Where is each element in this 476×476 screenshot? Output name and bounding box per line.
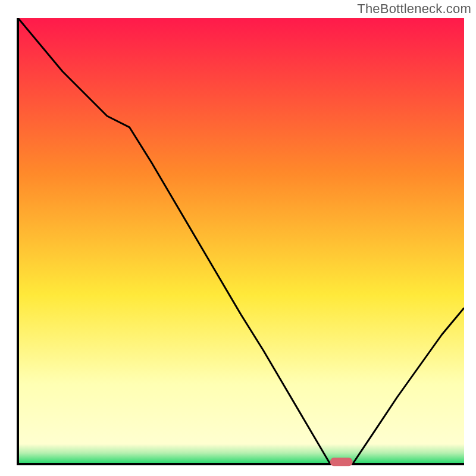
attribution-label: TheBottleneck.com [357, 1, 471, 17]
optimum-marker [330, 458, 353, 466]
bottleneck-chart [12, 18, 464, 470]
chart-container: TheBottleneck.com [0, 0, 476, 476]
